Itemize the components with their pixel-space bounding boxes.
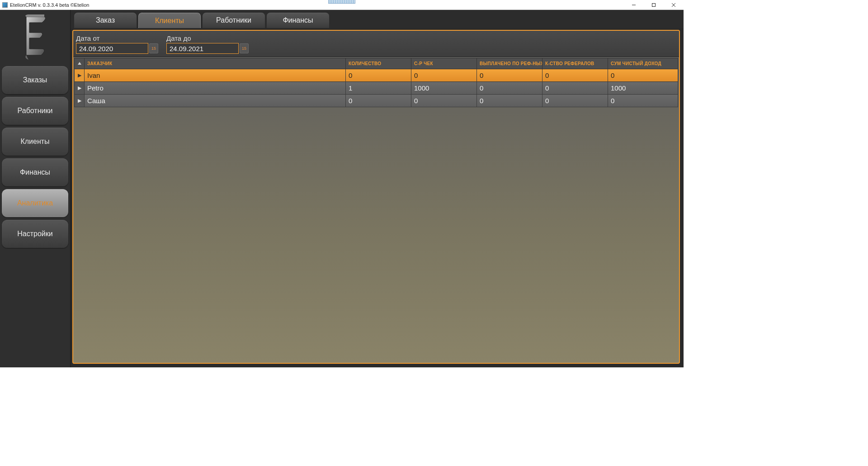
sidebar-item-label: Финансы (20, 168, 50, 176)
date-from-label: Дата от (76, 34, 158, 42)
content-panel: Дата от 15 Дата до 15 (72, 30, 680, 364)
tab-label: Финансы (283, 16, 313, 24)
logo-wrap (0, 10, 70, 64)
table-row[interactable]: ▶ Petro 1 1000 0 0 1000 (75, 82, 678, 95)
titlebar-grip (328, 0, 355, 4)
triangle-up-icon (78, 62, 81, 65)
calendar-icon[interactable]: 15 (149, 43, 158, 53)
sidebar-item-label: Работники (18, 107, 53, 115)
cell-refpay: 0 (477, 82, 542, 95)
sidebar-item-label: Клиенты (20, 138, 49, 146)
tab-finance[interactable]: Финансы (267, 13, 329, 28)
col-refpay[interactable]: ВЫПЛАЧЕНО ПО РЕФ-НЫХ (477, 58, 542, 69)
sidebar-item-label: Аналитика (17, 199, 53, 207)
cell-refcnt: 0 (542, 69, 608, 82)
cell-net: 0 (608, 69, 678, 82)
expand-toggle[interactable]: ▶ (75, 69, 85, 82)
cell-refpay: 0 (477, 69, 542, 82)
table-wrap: ЗАКАЗЧИК КОЛИЧЕСТВО С-Р ЧЕК ВЫПЛАЧЕНО ПО… (73, 57, 679, 363)
cell-refcnt: 0 (542, 95, 608, 107)
date-to-label: Дата до (166, 34, 249, 42)
minimize-button[interactable] (624, 0, 644, 10)
cell-net: 0 (608, 95, 678, 107)
window-title: EtelionCRM v. 0.3.3.4 beta ©Etelion (10, 2, 89, 8)
date-from-group: Дата от 15 (76, 34, 158, 54)
sidebar-item-settings[interactable]: Настройки (2, 220, 68, 248)
sidebar: Заказы Работники Клиенты Финансы Аналити… (0, 10, 71, 367)
window-controls (624, 0, 684, 10)
sidebar-item-clients[interactable]: Клиенты (2, 128, 68, 156)
date-filters: Дата от 15 Дата до 15 (73, 31, 679, 57)
col-net[interactable]: СУМ ЧИСТЫЙ ДОХОД (608, 58, 678, 69)
cell-customer: Ivan (85, 69, 346, 82)
svg-rect-1 (652, 3, 656, 6)
date-from-input[interactable] (76, 43, 148, 54)
cell-qty: 1 (346, 82, 411, 95)
cell-refpay: 0 (477, 95, 542, 107)
col-avg[interactable]: С-Р ЧЕК (411, 58, 477, 69)
app-frame: Заказы Работники Клиенты Финансы Аналити… (0, 10, 684, 367)
tab-label: Заказ (96, 16, 115, 24)
tab-order[interactable]: Заказ (74, 13, 137, 28)
table-header-row: ЗАКАЗЧИК КОЛИЧЕСТВО С-Р ЧЕК ВЫПЛАЧЕНО ПО… (75, 58, 678, 69)
cell-qty: 0 (346, 95, 411, 107)
tab-label: Работники (216, 16, 251, 24)
expand-toggle[interactable]: ▶ (75, 95, 85, 107)
tab-workers[interactable]: Работники (203, 13, 265, 28)
cell-avg: 0 (411, 95, 477, 107)
sidebar-item-label: Настройки (17, 230, 52, 238)
date-to-input[interactable] (166, 43, 239, 54)
cell-net: 1000 (608, 82, 678, 95)
sidebar-item-finance[interactable]: Финансы (2, 158, 68, 186)
col-customer[interactable]: ЗАКАЗЧИК (85, 58, 346, 69)
date-to-group: Дата до 15 (166, 34, 249, 54)
tab-label: Клиенты (155, 17, 184, 25)
cell-qty: 0 (346, 69, 411, 82)
table-row[interactable]: ▶ Ivan 0 0 0 0 0 (75, 69, 678, 82)
calendar-icon[interactable]: 15 (240, 43, 249, 53)
main-area: Заказ Клиенты Работники Финансы Дата от … (71, 10, 684, 367)
table-row[interactable]: ▶ Саша 0 0 0 0 0 (75, 95, 678, 107)
maximize-button[interactable] (644, 0, 664, 10)
tab-clients[interactable]: Клиенты (138, 13, 201, 28)
cell-customer: Petro (85, 82, 346, 95)
logo-icon (19, 14, 51, 60)
window-titlebar: EtelionCRM v. 0.3.3.4 beta ©Etelion (0, 0, 684, 10)
cell-avg: 1000 (411, 82, 477, 95)
clients-table: ЗАКАЗЧИК КОЛИЧЕСТВО С-Р ЧЕК ВЫПЛАЧЕНО ПО… (74, 58, 678, 107)
cell-customer: Саша (85, 95, 346, 107)
sidebar-item-label: Заказы (23, 76, 47, 84)
tab-bar: Заказ Клиенты Работники Финансы (71, 10, 684, 28)
close-button[interactable] (664, 0, 684, 10)
col-refcnt[interactable]: К-СТВО РЕФЕРАЛОВ (542, 58, 608, 69)
cell-avg: 0 (411, 69, 477, 82)
sidebar-item-analytics[interactable]: Аналитика (2, 189, 68, 217)
sidebar-item-orders[interactable]: Заказы (2, 66, 68, 94)
col-qty[interactable]: КОЛИЧЕСТВО (346, 58, 411, 69)
expand-toggle[interactable]: ▶ (75, 82, 85, 95)
app-icon (2, 2, 8, 8)
col-expand[interactable] (75, 58, 85, 69)
cell-refcnt: 0 (542, 82, 608, 95)
sidebar-item-workers[interactable]: Работники (2, 97, 68, 125)
